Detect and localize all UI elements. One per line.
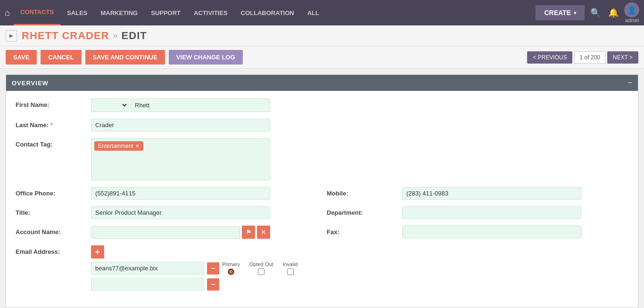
email-field: + − Primary Opted [91,245,317,293]
pagination-info: 1 of 200 [574,51,605,64]
notifications-icon-button[interactable]: 🔔 [606,6,620,20]
first-name-row: First Name: Mr. Ms. Mrs. Dr. [16,98,628,112]
nav-collaboration[interactable]: COLLABORATION [234,0,301,25]
invalid-label: Invalid [283,261,298,267]
email-entry-row-2: − [91,278,317,291]
search-icon-button[interactable]: 🔍 [588,6,603,20]
email-remove-button[interactable]: − [207,262,219,275]
main-content: OVERVIEW − First Name: Mr. Ms. Mrs. Dr. [0,69,644,308]
opted-out-flag: Opted Out [249,261,273,275]
email-add-button[interactable]: + [91,245,104,259]
overview-section: OVERVIEW − First Name: Mr. Ms. Mrs. Dr. [6,74,638,308]
account-select-button[interactable]: ⚑ [242,226,255,239]
section-body: First Name: Mr. Ms. Mrs. Dr. [6,91,638,308]
nav-right: CREATE ▾ 🔍 🔔 👤 admin [536,2,639,23]
form-col-right: Mobile: Department: Fax: [327,187,628,300]
view-changelog-button[interactable]: VIEW CHANGE LOG [169,50,243,65]
mobile-row: Mobile: [327,187,628,200]
tag-area[interactable]: Entertainment ✕ [91,138,270,180]
department-label: Department: [327,206,402,216]
home-icon[interactable]: ⌂ [5,8,10,18]
office-phone-input[interactable] [91,187,270,200]
office-phone-field [91,187,270,200]
nav-support[interactable]: SUPPORT [144,0,187,25]
account-name-field: ⚑ ✕ [91,226,270,239]
cancel-button[interactable]: CANCEL [41,50,81,65]
save-button[interactable]: SAVE [6,50,37,65]
contact-tag-row: Contact Tag: Entertainment ✕ [16,138,628,180]
last-name-input[interactable] [91,119,270,131]
office-phone-row: Office Phone: [16,187,317,200]
form-col-left: Office Phone: Title: Accou [16,187,317,300]
last-name-field [91,119,270,131]
tag-entertainment: Entertainment ✕ [94,141,143,151]
first-name-label: First Name: [16,98,91,108]
user-menu[interactable]: 👤 admin [624,2,639,23]
section-collapse-button[interactable]: − [628,79,632,87]
opted-out-checkbox[interactable] [258,268,264,275]
title-field [91,206,270,219]
fax-row: Fax: [327,226,628,238]
breadcrumb-action: EDIT [122,30,147,42]
department-input[interactable] [402,206,581,219]
title-row: Title: [16,206,317,219]
email-flags: Primary Opted Out Invalid [222,261,297,275]
office-phone-label: Office Phone: [16,187,91,197]
title-input[interactable] [91,206,270,219]
fax-field [402,226,581,238]
email-input-2[interactable] [91,278,204,291]
account-name-row: Account Name: ⚑ ✕ [16,226,317,239]
mobile-label: Mobile: [327,187,402,197]
section-title: OVERVIEW [12,80,49,87]
next-button[interactable]: NEXT > [607,51,638,64]
create-button[interactable]: CREATE ▾ [536,5,585,20]
department-row: Department: [327,206,628,219]
email-row: Email Address: + − Primary [16,245,317,293]
fax-label: Fax: [327,226,402,235]
account-name-input[interactable] [91,226,240,239]
primary-flag-label: Primary [222,261,240,267]
form-columns: Office Phone: Title: Accou [16,187,628,300]
toolbar: SAVE CANCEL SAVE AND CONTINUE VIEW CHANG… [0,46,644,69]
pagination: < PREVIOUS 1 of 200 NEXT > [527,51,638,64]
contact-tag-label: Contact Tag: [16,138,91,148]
contact-tag-field: Entertainment ✕ [91,138,270,180]
breadcrumb-separator: » [113,31,118,41]
dropdown-arrow-icon: ▾ [574,10,576,16]
nav-marketing[interactable]: MARKETING [94,0,144,25]
breadcrumb: ▶ RHETT CRADER » EDIT [0,25,644,46]
section-header: OVERVIEW − [6,75,638,91]
nav-contacts[interactable]: CONTACTS [14,0,60,25]
fax-input[interactable] [402,226,581,238]
nav-activities[interactable]: ACTIVITIES [187,0,234,25]
nav-all[interactable]: ALL [301,0,326,25]
account-clear-button[interactable]: ✕ [257,226,270,239]
email-entry-row: − Primary Opted Out [91,261,317,275]
email-input[interactable] [91,262,204,275]
save-and-continue-button[interactable]: SAVE AND CONTINUE [85,50,165,65]
primary-radio[interactable] [228,268,234,275]
last-name-label: Last Name: * [16,119,91,129]
primary-flag: Primary [222,261,240,275]
tag-label: Entertainment [98,143,133,149]
title-label: Title: [16,206,91,216]
first-name-field: Mr. Ms. Mrs. Dr. [91,98,270,112]
contact-name: RHETT CRADER [22,30,109,42]
salutation-select[interactable]: Mr. Ms. Mrs. Dr. [91,98,129,112]
invalid-flag: Invalid [283,261,298,275]
department-field [402,206,581,219]
nav-links: CONTACTS SALES MARKETING SUPPORT ACTIVIT… [14,0,536,25]
avatar[interactable]: 👤 [624,2,639,17]
previous-button[interactable]: < PREVIOUS [527,51,572,64]
admin-label: admin [625,17,639,23]
email-remove-button-2[interactable]: − [207,278,219,291]
invalid-checkbox[interactable] [287,268,294,275]
opted-out-label: Opted Out [249,261,273,267]
breadcrumb-toggle-button[interactable]: ▶ [6,30,17,41]
mobile-input[interactable] [402,187,581,200]
first-name-input[interactable] [131,98,270,112]
tag-remove-icon[interactable]: ✕ [135,143,140,149]
nav-sales[interactable]: SALES [60,0,94,25]
navbar: ⌂ CONTACTS SALES MARKETING SUPPORT ACTIV… [0,0,644,25]
account-name-label: Account Name: [16,226,91,235]
